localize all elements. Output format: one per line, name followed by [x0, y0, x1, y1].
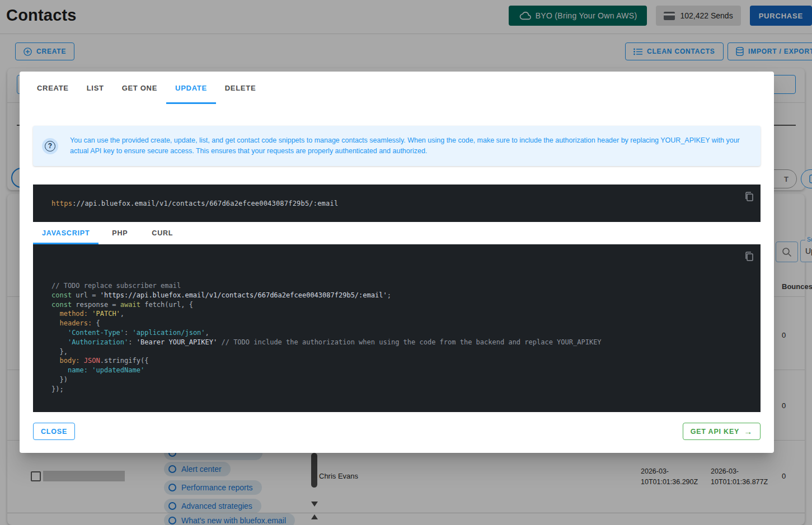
- language-tabs: JAVASCRIPT PHP CURL: [20, 222, 774, 244]
- code-line: 'Content-Type': 'application/json',: [51, 328, 602, 338]
- endpoint-url: https://api.bluefox.email/v1/contacts/66…: [51, 200, 338, 207]
- app-root: Contacts BYO (Bring Your Own AWS) 102,42…: [0, 0, 812, 525]
- code-content: // TODO replace subscriber emailconst ur…: [51, 281, 602, 394]
- help-circle-icon: ?: [42, 138, 58, 154]
- code-line: const response = await fetch(url, {: [51, 300, 602, 310]
- tab-php[interactable]: PHP: [98, 222, 141, 244]
- api-snippets-dialog: CREATE LIST GET ONE UPDATE DELETE ? You …: [20, 72, 774, 453]
- endpoint-url-block: https://api.bluefox.email/v1/contacts/66…: [33, 185, 761, 222]
- tab-get-one[interactable]: GET ONE: [113, 72, 166, 104]
- snippet-tabs: CREATE LIST GET ONE UPDATE DELETE: [20, 72, 774, 104]
- code-line: const url = 'https://api.bluefox.email/v…: [51, 291, 602, 300]
- tab-curl[interactable]: CURL: [141, 222, 184, 244]
- info-alert: ? You can use the provided create, updat…: [33, 126, 761, 166]
- tab-delete[interactable]: DELETE: [216, 72, 265, 104]
- code-line: });: [51, 385, 602, 394]
- code-line: method: 'PATCH',: [51, 309, 602, 319]
- code-line: },: [51, 347, 602, 357]
- copy-code-icon[interactable]: [744, 252, 754, 262]
- code-line: 'Authorization': 'Bearer YOUR_APIKEY' //…: [51, 338, 602, 347]
- code-line: }): [51, 375, 602, 385]
- code-line: name: 'updatedName': [51, 366, 602, 375]
- close-button[interactable]: CLOSE: [33, 423, 75, 440]
- copy-url-icon[interactable]: [744, 192, 754, 202]
- info-alert-text: You can use the provided create, update,…: [70, 135, 748, 157]
- code-line: headers: {: [51, 319, 602, 328]
- get-api-key-label: GET API KEY: [691, 428, 740, 436]
- tab-list[interactable]: LIST: [78, 72, 113, 104]
- tab-create[interactable]: CREATE: [28, 72, 78, 104]
- tab-update[interactable]: UPDATE: [166, 72, 216, 104]
- code-snippet-block: // TODO replace subscriber emailconst ur…: [33, 244, 761, 412]
- arrow-right-icon: →: [744, 427, 753, 436]
- dialog-footer: CLOSE GET API KEY →: [33, 423, 761, 440]
- code-line: body: JSON.stringify({: [51, 356, 602, 366]
- code-line: // TODO replace subscriber email: [51, 281, 602, 291]
- get-api-key-button[interactable]: GET API KEY →: [683, 423, 761, 440]
- tab-javascript[interactable]: JAVASCRIPT: [33, 222, 98, 244]
